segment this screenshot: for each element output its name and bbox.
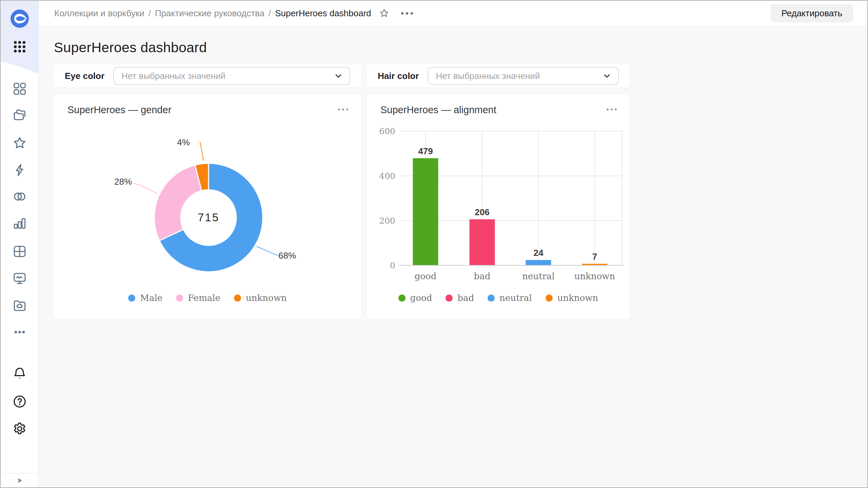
legend-item-bad[interactable]: bad	[446, 293, 474, 303]
chart-card-alignment: SuperHeroes — alignment 0200400600479206…	[367, 94, 630, 319]
legend-dot	[398, 294, 406, 302]
page-more-menu-button[interactable]	[401, 12, 413, 15]
donut-center-total: 715	[198, 211, 219, 224]
settings-gear-icon[interactable]	[12, 421, 27, 436]
bar-value-label-unknown: 7	[592, 251, 597, 262]
expand-arrow-icon	[16, 476, 24, 485]
y-tick-label: 400	[379, 171, 395, 181]
y-tick-label: 0	[390, 261, 395, 270]
help-question-icon[interactable]	[12, 394, 27, 409]
breadcrumb-current: SuperHeroes dashboard	[275, 8, 371, 19]
hair-color-placeholder: Нет выбранных значений	[436, 71, 603, 81]
dashboard-body: SuperHeroes dashboard Eye color Нет выбр…	[39, 26, 867, 487]
bar-value-label-neutral: 24	[534, 248, 544, 258]
edit-button[interactable]: Редактировать	[770, 4, 853, 22]
breadcrumb-guides[interactable]: Практические руководства	[155, 8, 264, 19]
legend-dot	[446, 294, 453, 302]
donut-pct-label-unknown: 4%	[177, 137, 190, 147]
legend-label: Female	[188, 293, 220, 303]
legend-item-Female[interactable]: Female	[176, 293, 220, 303]
filter-card-hair-color: Hair color Нет выбранных значений	[367, 64, 630, 87]
legend-item-unknown[interactable]: unknown	[546, 293, 598, 303]
x-category-label-bad: bad	[474, 271, 491, 281]
legend-item-unknown[interactable]: unknown	[234, 293, 287, 303]
datalens-logo-icon[interactable]	[10, 9, 29, 28]
legend-dot	[234, 294, 241, 302]
breadcrumb-collections[interactable]: Коллекции и воркбуки	[54, 8, 144, 19]
eye-color-select[interactable]: Нет выбранных значений	[113, 67, 350, 85]
app-window: Коллекции и воркбуки / Практические руко…	[0, 0, 868, 488]
legend-label: bad	[457, 293, 474, 303]
chart-card-gender: SuperHeroes — gender 68%28%4%715 MaleFem…	[54, 94, 361, 319]
breadcrumb-separator: /	[269, 8, 271, 19]
more-dots-icon[interactable]	[12, 324, 27, 340]
dashboards-table-icon[interactable]	[12, 244, 27, 259]
chevron-down-icon	[603, 72, 611, 80]
collections-squares-icon[interactable]	[12, 81, 27, 97]
x-category-label-good: good	[415, 271, 437, 281]
hair-color-select[interactable]: Нет выбранных значений	[428, 67, 619, 85]
donut-pct-label-Female: 28%	[114, 177, 132, 187]
filter-card-eye-color: Eye color Нет выбранных значений	[54, 64, 361, 87]
header: Коллекции и воркбуки / Практические руко…	[39, 1, 867, 26]
main-area: Коллекции и воркбуки / Практические руко…	[39, 1, 867, 487]
hair-color-filter-label: Hair color	[378, 71, 419, 81]
legend-dot	[176, 294, 183, 302]
apps-grid-icon[interactable]	[12, 39, 27, 54]
eye-color-placeholder: Нет выбранных значений	[121, 71, 334, 81]
chevron-down-icon	[334, 72, 343, 80]
donut-leader-line-unknown	[200, 142, 203, 161]
legend-label: neutral	[499, 293, 532, 303]
legend-label: unknown	[246, 293, 287, 303]
charts-bars-icon[interactable]	[12, 216, 27, 231]
alignment-bar-svg: 0200400600479206247goodbadneutralunknown	[367, 94, 630, 319]
sidebar	[1, 1, 39, 487]
notifications-bell-icon[interactable]	[12, 366, 27, 381]
sidebar-accent-curve	[1, 59, 38, 75]
page-title: SuperHeroes dashboard	[54, 40, 207, 56]
favorite-star-button[interactable]	[379, 8, 390, 19]
bar-value-label-good: 479	[418, 146, 433, 156]
sidebar-expand-button[interactable]	[1, 473, 38, 487]
bar-neutral[interactable]	[526, 260, 551, 265]
breadcrumb: Коллекции и воркбуки / Практические руко…	[54, 8, 371, 19]
x-category-label-unknown: unknown	[574, 271, 615, 281]
gender-chart-legend: MaleFemaleunknown	[54, 293, 361, 303]
legend-item-neutral[interactable]: neutral	[488, 293, 532, 303]
donut-leader-line-Male	[257, 246, 278, 256]
legend-item-good[interactable]: good	[398, 293, 432, 303]
legend-dot	[128, 294, 135, 302]
bar-value-label-bad: 206	[475, 207, 489, 217]
workbooks-folders-icon[interactable]	[12, 107, 27, 123]
bar-good[interactable]	[413, 158, 438, 265]
y-tick-label: 200	[379, 216, 395, 226]
alignment-chart-legend: goodbadneutralunknown	[367, 293, 630, 303]
legend-label: Male	[140, 293, 162, 303]
eye-color-filter-label: Eye color	[65, 71, 104, 81]
legend-label: unknown	[557, 293, 598, 303]
donut-slice-Female[interactable]	[154, 165, 202, 241]
monitoring-screen-icon[interactable]	[12, 271, 27, 286]
storage-folder-cloud-icon[interactable]	[12, 298, 27, 313]
donut-pct-label-Male: 68%	[278, 250, 296, 261]
legend-item-Male[interactable]: Male	[128, 293, 162, 303]
favorites-star-icon[interactable]	[12, 135, 27, 151]
bar-bad[interactable]	[470, 219, 495, 265]
breadcrumb-separator: /	[149, 8, 151, 19]
connections-lightning-icon[interactable]	[12, 162, 27, 178]
legend-dot	[488, 294, 495, 302]
datasets-circles-icon[interactable]	[12, 189, 27, 204]
donut-leader-line-Female	[133, 183, 158, 194]
gender-donut-svg: 68%28%4%715	[54, 94, 361, 319]
x-category-label-neutral: neutral	[522, 271, 555, 281]
legend-dot	[546, 294, 553, 302]
y-tick-label: 600	[379, 126, 395, 136]
legend-label: good	[410, 293, 432, 303]
